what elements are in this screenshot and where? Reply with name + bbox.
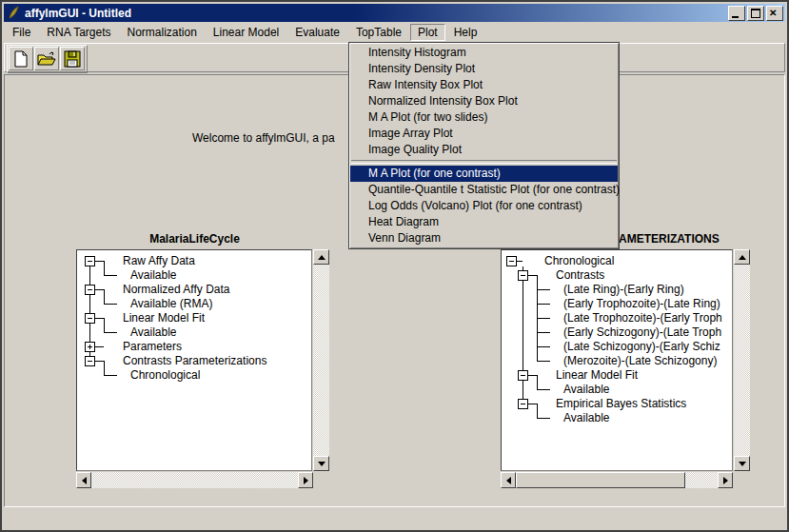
left-hscroll-right-button[interactable]	[298, 472, 313, 488]
menu-item-venn-diagram[interactable]: Venn Diagram	[350, 230, 618, 246]
right-vscroll-track[interactable]	[734, 265, 750, 456]
close-button[interactable]: ✕	[766, 6, 783, 21]
close-icon: ✕	[769, 7, 777, 19]
tree-leaf-label[interactable]: (Early Schizogony)-(Late Troph	[563, 325, 721, 340]
tree-collapse-box[interactable]	[85, 285, 95, 295]
minimize-button[interactable]	[728, 6, 745, 21]
menu-item-normalized-intensity-box-plot[interactable]: Normalized Intensity Box Plot	[350, 93, 618, 109]
right-hscroll-thumb[interactable]	[516, 472, 685, 488]
menubar-item-file[interactable]: File	[5, 24, 38, 41]
tree-expand-box[interactable]	[85, 342, 95, 352]
tree-collapse-box[interactable]	[518, 370, 528, 381]
left-tree-listbox[interactable]: Raw Affy DataAvailableNormalized Affy Da…	[76, 249, 312, 471]
welcome-text: Welcome to affylmGUI, a pa	[192, 131, 335, 145]
right-arrow-icon	[723, 477, 728, 484]
tree-leaf-label[interactable]: (Merozoite)-(Late Schizogony)	[563, 354, 717, 368]
tree-leaf-label[interactable]: (Late Ring)-(Early Ring)	[563, 283, 684, 297]
tree-node-label[interactable]: Raw Affy Data	[123, 254, 195, 268]
window-title: affylmGUI - Untitled	[25, 7, 131, 20]
left-tree: Raw Affy DataAvailableNormalized Affy Da…	[77, 250, 311, 470]
new-file-button[interactable]	[9, 47, 33, 70]
down-arrow-icon	[318, 462, 325, 466]
tree-leaf-label[interactable]: Available	[563, 383, 609, 397]
tree-line	[528, 404, 537, 404]
tree-collapse-box[interactable]	[518, 399, 528, 409]
left-arrow-icon	[82, 477, 87, 484]
tree-node-label[interactable]: Empirical Bayes Statistics	[556, 397, 686, 411]
tree-leaf-label[interactable]: (Early Trophozoite)-(Late Ring)	[563, 297, 720, 311]
save-file-icon	[64, 50, 81, 68]
tree-line	[104, 318, 105, 332]
maximize-button[interactable]	[747, 6, 764, 21]
tree-leaf-label[interactable]: Available	[130, 325, 176, 340]
menubar-item-normalization[interactable]: Normalization	[120, 24, 205, 41]
right-tree-hscrollbar[interactable]	[501, 472, 733, 488]
save-file-button[interactable]	[60, 47, 85, 70]
left-tree-hscrollbar[interactable]	[76, 472, 313, 488]
right-tree-listbox[interactable]: ChronologicalContrasts(Late Ring)-(Early…	[501, 249, 733, 471]
tree-collapse-box[interactable]	[85, 256, 95, 266]
menu-item-raw-intensity-box-plot[interactable]: Raw Intensity Box Plot	[350, 77, 618, 93]
left-hscroll-left-button[interactable]	[76, 472, 91, 488]
tree-line	[537, 418, 550, 419]
tree-line	[95, 346, 104, 347]
menu-item-quantile-quantile-t-statistic-plot-for-one-contrast-[interactable]: Quantile-Quantile t Statistic Plot (for …	[350, 182, 618, 198]
menubar-item-evaluate[interactable]: Evaluate	[287, 24, 347, 41]
toolbar-group	[7, 45, 88, 73]
tree-line	[95, 289, 104, 290]
tree-node-label[interactable]: Normalized Affy Data	[123, 283, 230, 297]
right-vscroll-up-button[interactable]	[734, 249, 750, 265]
minimize-icon	[732, 16, 739, 18]
tree-leaf-label[interactable]: Available (RMA)	[130, 297, 212, 311]
menu-item-m-a-plot-for-two-slides-[interactable]: M A Plot (for two slides)	[350, 109, 618, 126]
left-hscroll-track[interactable]	[91, 472, 298, 488]
open-file-button[interactable]	[34, 47, 59, 70]
right-hscroll-right-button[interactable]	[718, 472, 733, 488]
tree-leaf-label[interactable]: Available	[563, 411, 609, 425]
tree-leaf-label[interactable]: Available	[130, 268, 176, 283]
open-file-icon	[37, 50, 56, 68]
menubar-item-rna-targets[interactable]: RNA Targets	[39, 24, 118, 41]
tree-leaf-label[interactable]: (Late Schizogony)-(Early Schiz	[563, 340, 720, 354]
right-vscroll-down-button[interactable]	[734, 456, 750, 471]
menu-item-heat-diagram[interactable]: Heat Diagram	[350, 214, 618, 230]
menubar-item-linear-model[interactable]: Linear Model	[206, 24, 286, 41]
menubar-item-toptable[interactable]: TopTable	[348, 24, 409, 41]
tree-collapse-box[interactable]	[85, 313, 95, 324]
tree-node-label[interactable]: Contrasts Parameterizations	[123, 354, 266, 368]
tree-line	[104, 375, 117, 376]
menu-item-intensity-density-plot[interactable]: Intensity Density Plot	[350, 61, 618, 77]
tree-collapse-box[interactable]	[506, 256, 517, 266]
window-controls: ✕	[728, 6, 783, 21]
menu-item-intensity-histogram[interactable]: Intensity Histogram	[350, 45, 618, 61]
left-vscroll-down-button[interactable]	[313, 456, 329, 471]
right-hscroll-left-button[interactable]	[501, 472, 516, 488]
tree-node-label[interactable]: Contrasts	[556, 268, 604, 283]
tree-line	[104, 332, 117, 333]
tree-leaf-label[interactable]: Chronological	[130, 368, 200, 383]
left-vscroll-track[interactable]	[313, 265, 329, 456]
menu-item-image-array-plot[interactable]: Image Array Plot	[350, 126, 618, 142]
tree-node-label[interactable]: Parameters	[123, 340, 182, 354]
tree-collapse-box[interactable]	[85, 356, 95, 366]
menu-item-m-a-plot-for-one-contrast-[interactable]: M A Plot (for one contrast)	[350, 166, 618, 182]
menu-item-image-quality-plot[interactable]: Image Quality Plot	[350, 142, 618, 158]
up-arrow-icon	[318, 255, 325, 260]
left-vscroll-up-button[interactable]	[313, 249, 329, 265]
left-tree-vscrollbar[interactable]	[313, 249, 329, 471]
menubar-item-plot[interactable]: Plot	[410, 24, 445, 41]
right-tree-vscrollbar[interactable]	[734, 249, 750, 471]
tree-trunk-line	[523, 266, 523, 404]
tree-node-label[interactable]: Linear Model Fit	[556, 368, 638, 383]
tree-node-label[interactable]: Chronological	[544, 254, 614, 268]
tree-node-label[interactable]: Linear Model Fit	[123, 311, 205, 325]
menubar-item-help[interactable]: Help	[446, 24, 485, 41]
tree-line	[104, 304, 117, 305]
new-file-icon	[13, 50, 29, 68]
tree-collapse-box[interactable]	[518, 270, 528, 281]
tree-line	[528, 275, 537, 276]
tree-leaf-label[interactable]: (Late Trophozoite)-(Early Troph	[563, 311, 722, 325]
menu-separator	[351, 160, 617, 164]
plot-dropdown-menu: Intensity HistogramIntensity Density Plo…	[348, 42, 620, 249]
menu-item-log-odds-volcano-plot-for-one-contrast-[interactable]: Log Odds (Volcano) Plot (for one contras…	[350, 198, 618, 214]
